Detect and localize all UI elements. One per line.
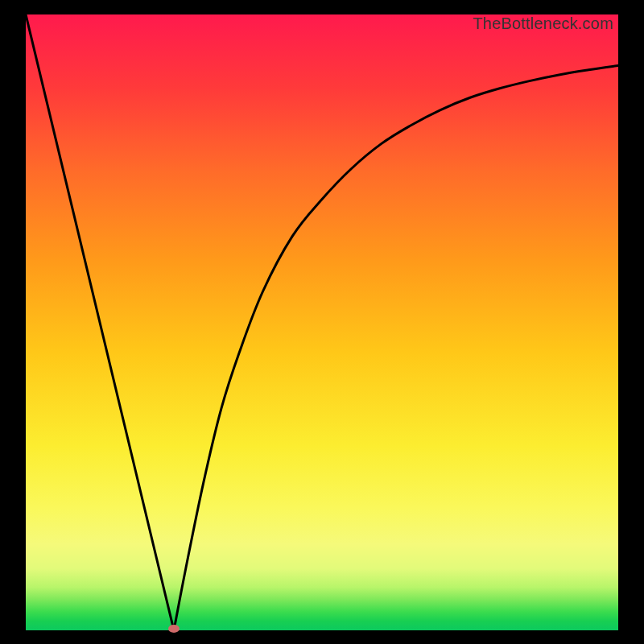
watermark-text: TheBottleneck.com: [473, 14, 613, 33]
minimum-marker: [168, 625, 180, 633]
plot-area: TheBottleneck.com: [26, 14, 618, 630]
bottleneck-curve: [26, 14, 618, 630]
curve-right-branch: [174, 66, 618, 631]
curve-left-branch: [26, 14, 174, 630]
